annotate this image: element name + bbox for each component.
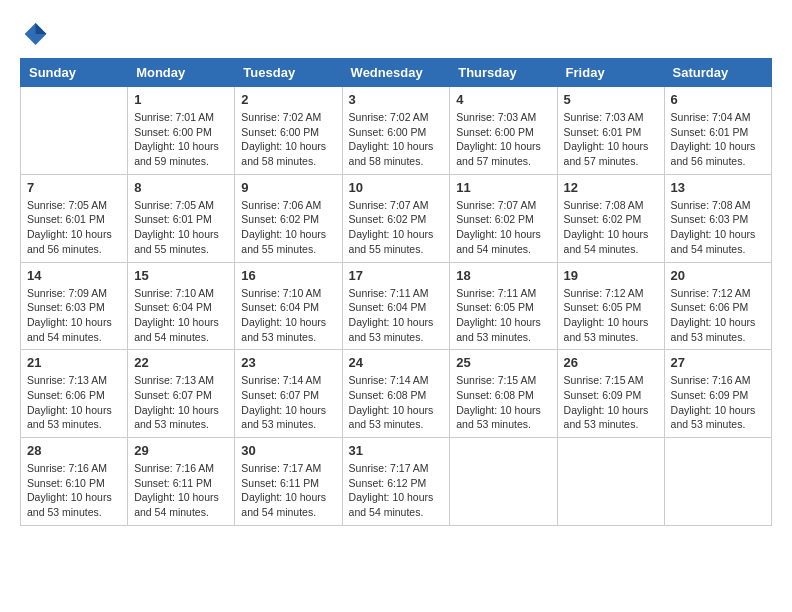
cell-info: Sunrise: 7:17 AM Sunset: 6:12 PM Dayligh…: [349, 461, 444, 520]
day-number: 24: [349, 355, 444, 370]
day-number: 18: [456, 268, 550, 283]
calendar-cell: 2Sunrise: 7:02 AM Sunset: 6:00 PM Daylig…: [235, 87, 342, 175]
page-header: [20, 20, 772, 48]
day-number: 16: [241, 268, 335, 283]
column-header-tuesday: Tuesday: [235, 59, 342, 87]
cell-info: Sunrise: 7:16 AM Sunset: 6:10 PM Dayligh…: [27, 461, 121, 520]
cell-info: Sunrise: 7:09 AM Sunset: 6:03 PM Dayligh…: [27, 286, 121, 345]
calendar-cell: 20Sunrise: 7:12 AM Sunset: 6:06 PM Dayli…: [664, 262, 771, 350]
day-number: 25: [456, 355, 550, 370]
calendar-cell: 4Sunrise: 7:03 AM Sunset: 6:00 PM Daylig…: [450, 87, 557, 175]
day-number: 17: [349, 268, 444, 283]
calendar-cell: 1Sunrise: 7:01 AM Sunset: 6:00 PM Daylig…: [128, 87, 235, 175]
cell-info: Sunrise: 7:08 AM Sunset: 6:02 PM Dayligh…: [564, 198, 658, 257]
cell-info: Sunrise: 7:03 AM Sunset: 6:01 PM Dayligh…: [564, 110, 658, 169]
calendar-cell: 5Sunrise: 7:03 AM Sunset: 6:01 PM Daylig…: [557, 87, 664, 175]
column-header-monday: Monday: [128, 59, 235, 87]
cell-info: Sunrise: 7:13 AM Sunset: 6:07 PM Dayligh…: [134, 373, 228, 432]
day-number: 2: [241, 92, 335, 107]
calendar-cell: 9Sunrise: 7:06 AM Sunset: 6:02 PM Daylig…: [235, 174, 342, 262]
cell-info: Sunrise: 7:15 AM Sunset: 6:08 PM Dayligh…: [456, 373, 550, 432]
calendar-cell: 14Sunrise: 7:09 AM Sunset: 6:03 PM Dayli…: [21, 262, 128, 350]
day-number: 5: [564, 92, 658, 107]
cell-info: Sunrise: 7:16 AM Sunset: 6:11 PM Dayligh…: [134, 461, 228, 520]
calendar-cell: 24Sunrise: 7:14 AM Sunset: 6:08 PM Dayli…: [342, 350, 450, 438]
calendar-cell: 13Sunrise: 7:08 AM Sunset: 6:03 PM Dayli…: [664, 174, 771, 262]
day-number: 31: [349, 443, 444, 458]
day-number: 12: [564, 180, 658, 195]
cell-info: Sunrise: 7:11 AM Sunset: 6:05 PM Dayligh…: [456, 286, 550, 345]
column-header-friday: Friday: [557, 59, 664, 87]
calendar-cell: 16Sunrise: 7:10 AM Sunset: 6:04 PM Dayli…: [235, 262, 342, 350]
calendar-cell: 22Sunrise: 7:13 AM Sunset: 6:07 PM Dayli…: [128, 350, 235, 438]
calendar-cell: 8Sunrise: 7:05 AM Sunset: 6:01 PM Daylig…: [128, 174, 235, 262]
cell-info: Sunrise: 7:01 AM Sunset: 6:00 PM Dayligh…: [134, 110, 228, 169]
calendar-week-row: 7Sunrise: 7:05 AM Sunset: 6:01 PM Daylig…: [21, 174, 772, 262]
day-number: 13: [671, 180, 765, 195]
day-number: 1: [134, 92, 228, 107]
day-number: 30: [241, 443, 335, 458]
column-header-saturday: Saturday: [664, 59, 771, 87]
calendar-cell: 18Sunrise: 7:11 AM Sunset: 6:05 PM Dayli…: [450, 262, 557, 350]
cell-info: Sunrise: 7:05 AM Sunset: 6:01 PM Dayligh…: [27, 198, 121, 257]
day-number: 15: [134, 268, 228, 283]
calendar-cell: 23Sunrise: 7:14 AM Sunset: 6:07 PM Dayli…: [235, 350, 342, 438]
column-header-thursday: Thursday: [450, 59, 557, 87]
calendar-cell: 3Sunrise: 7:02 AM Sunset: 6:00 PM Daylig…: [342, 87, 450, 175]
calendar-cell: [450, 438, 557, 526]
calendar-cell: 11Sunrise: 7:07 AM Sunset: 6:02 PM Dayli…: [450, 174, 557, 262]
cell-info: Sunrise: 7:16 AM Sunset: 6:09 PM Dayligh…: [671, 373, 765, 432]
cell-info: Sunrise: 7:14 AM Sunset: 6:07 PM Dayligh…: [241, 373, 335, 432]
cell-info: Sunrise: 7:17 AM Sunset: 6:11 PM Dayligh…: [241, 461, 335, 520]
calendar-cell: 15Sunrise: 7:10 AM Sunset: 6:04 PM Dayli…: [128, 262, 235, 350]
cell-info: Sunrise: 7:11 AM Sunset: 6:04 PM Dayligh…: [349, 286, 444, 345]
svg-marker-1: [36, 23, 47, 34]
calendar-header-row: SundayMondayTuesdayWednesdayThursdayFrid…: [21, 59, 772, 87]
cell-info: Sunrise: 7:05 AM Sunset: 6:01 PM Dayligh…: [134, 198, 228, 257]
cell-info: Sunrise: 7:08 AM Sunset: 6:03 PM Dayligh…: [671, 198, 765, 257]
day-number: 3: [349, 92, 444, 107]
calendar-cell: 17Sunrise: 7:11 AM Sunset: 6:04 PM Dayli…: [342, 262, 450, 350]
calendar-cell: 12Sunrise: 7:08 AM Sunset: 6:02 PM Dayli…: [557, 174, 664, 262]
calendar-cell: 31Sunrise: 7:17 AM Sunset: 6:12 PM Dayli…: [342, 438, 450, 526]
day-number: 8: [134, 180, 228, 195]
day-number: 9: [241, 180, 335, 195]
column-header-wednesday: Wednesday: [342, 59, 450, 87]
calendar-week-row: 1Sunrise: 7:01 AM Sunset: 6:00 PM Daylig…: [21, 87, 772, 175]
logo: [20, 20, 50, 48]
day-number: 10: [349, 180, 444, 195]
cell-info: Sunrise: 7:04 AM Sunset: 6:01 PM Dayligh…: [671, 110, 765, 169]
cell-info: Sunrise: 7:14 AM Sunset: 6:08 PM Dayligh…: [349, 373, 444, 432]
calendar-cell: [21, 87, 128, 175]
cell-info: Sunrise: 7:03 AM Sunset: 6:00 PM Dayligh…: [456, 110, 550, 169]
calendar-cell: [557, 438, 664, 526]
day-number: 26: [564, 355, 658, 370]
cell-info: Sunrise: 7:15 AM Sunset: 6:09 PM Dayligh…: [564, 373, 658, 432]
day-number: 11: [456, 180, 550, 195]
day-number: 28: [27, 443, 121, 458]
calendar-cell: [664, 438, 771, 526]
cell-info: Sunrise: 7:02 AM Sunset: 6:00 PM Dayligh…: [241, 110, 335, 169]
calendar-week-row: 28Sunrise: 7:16 AM Sunset: 6:10 PM Dayli…: [21, 438, 772, 526]
day-number: 6: [671, 92, 765, 107]
day-number: 14: [27, 268, 121, 283]
day-number: 29: [134, 443, 228, 458]
calendar-table: SundayMondayTuesdayWednesdayThursdayFrid…: [20, 58, 772, 526]
cell-info: Sunrise: 7:06 AM Sunset: 6:02 PM Dayligh…: [241, 198, 335, 257]
cell-info: Sunrise: 7:10 AM Sunset: 6:04 PM Dayligh…: [241, 286, 335, 345]
cell-info: Sunrise: 7:02 AM Sunset: 6:00 PM Dayligh…: [349, 110, 444, 169]
calendar-cell: 27Sunrise: 7:16 AM Sunset: 6:09 PM Dayli…: [664, 350, 771, 438]
cell-info: Sunrise: 7:07 AM Sunset: 6:02 PM Dayligh…: [456, 198, 550, 257]
day-number: 23: [241, 355, 335, 370]
day-number: 22: [134, 355, 228, 370]
calendar-cell: 6Sunrise: 7:04 AM Sunset: 6:01 PM Daylig…: [664, 87, 771, 175]
logo-icon: [20, 20, 48, 48]
calendar-cell: 26Sunrise: 7:15 AM Sunset: 6:09 PM Dayli…: [557, 350, 664, 438]
calendar-cell: 10Sunrise: 7:07 AM Sunset: 6:02 PM Dayli…: [342, 174, 450, 262]
day-number: 7: [27, 180, 121, 195]
calendar-cell: 19Sunrise: 7:12 AM Sunset: 6:05 PM Dayli…: [557, 262, 664, 350]
cell-info: Sunrise: 7:12 AM Sunset: 6:05 PM Dayligh…: [564, 286, 658, 345]
day-number: 21: [27, 355, 121, 370]
calendar-cell: 25Sunrise: 7:15 AM Sunset: 6:08 PM Dayli…: [450, 350, 557, 438]
cell-info: Sunrise: 7:13 AM Sunset: 6:06 PM Dayligh…: [27, 373, 121, 432]
